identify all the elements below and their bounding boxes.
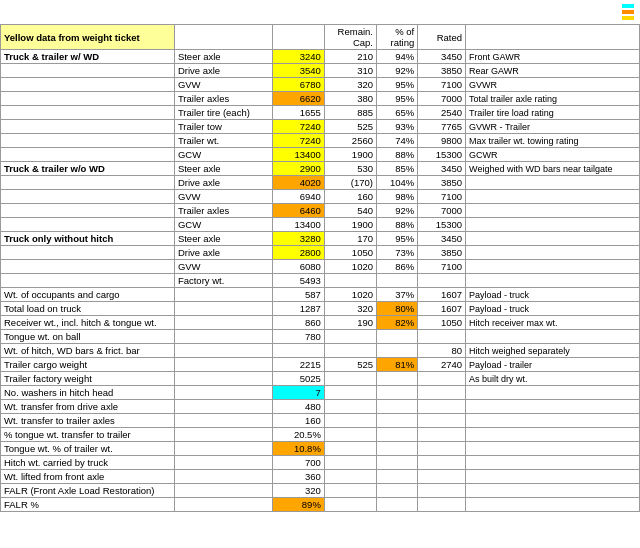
row-notes: Hitch weighed separately [466,344,640,358]
row-remain [324,414,376,428]
col-header-pct: % ofrating [376,25,417,50]
row-remain: 310 [324,64,376,78]
row-pct: 88% [376,148,417,162]
row-remain: 1020 [324,260,376,274]
row-pct: 73% [376,246,417,260]
row-remain [324,442,376,456]
row-rated: 7100 [418,260,466,274]
row-remain [324,274,376,288]
row-value: 780 [272,330,324,344]
row-value: 3280 [272,232,324,246]
row-pct: 104% [376,176,417,190]
row-remain [324,498,376,512]
row-rated: 7000 [418,204,466,218]
row-value: 6940 [272,190,324,204]
row-sublabel [174,316,272,330]
row-sublabel: Trailer axles [174,92,272,106]
row-rated [418,274,466,288]
row-remain: 210 [324,50,376,64]
row-rated: 1050 [418,316,466,330]
row-pct: 80% [376,302,417,316]
row-value: 7240 [272,134,324,148]
row-label: Total load on truck [1,302,175,316]
row-value: 5493 [272,274,324,288]
row-rated [418,372,466,386]
row-label: Truck & trailer w/ WD [1,50,175,64]
row-pct: 98% [376,190,417,204]
row-label [1,148,175,162]
table-row: Receiver wt., incl. hitch & tongue wt. 8… [1,316,640,330]
row-notes [466,498,640,512]
row-value: 2800 [272,246,324,260]
row-pct: 94% [376,50,417,64]
row-pct: 86% [376,260,417,274]
row-notes [466,456,640,470]
row-remain: 170 [324,232,376,246]
row-label: % tongue wt. transfer to trailer [1,428,175,442]
col-header-value [272,25,324,50]
row-sublabel: GCW [174,218,272,232]
row-notes: Trailer tire load rating [466,106,640,120]
row-remain: 1900 [324,148,376,162]
row-value: 700 [272,456,324,470]
row-value [272,344,324,358]
row-sublabel [174,400,272,414]
row-sublabel: Trailer tire (each) [174,106,272,120]
table-row: Wt. transfer from drive axle 480 [1,400,640,414]
notices-container [622,4,634,20]
row-remain: 540 [324,204,376,218]
row-sublabel: Steer axle [174,50,272,64]
row-sublabel [174,344,272,358]
row-pct: 65% [376,106,417,120]
row-remain [324,484,376,498]
row-label: Wt. lifted from front axle [1,470,175,484]
row-sublabel: Steer axle [174,162,272,176]
row-label: Truck & trailer w/o WD [1,162,175,176]
row-notes: Payload - trailer [466,358,640,372]
row-remain [324,400,376,414]
row-pct: 81% [376,358,417,372]
row-label [1,92,175,106]
main-table: Yellow data from weight ticket Remain.Ca… [0,24,640,512]
row-remain: 525 [324,358,376,372]
table-row: Truck & trailer w/ WD Steer axle 3240 21… [1,50,640,64]
table-row: Trailer tow 7240 525 93% 7765 GVWR - Tra… [1,120,640,134]
row-notes [466,442,640,456]
row-value: 480 [272,400,324,414]
table-row: FALR (Front Axle Load Restoration) 320 [1,484,640,498]
row-rated: 2540 [418,106,466,120]
row-remain: 380 [324,92,376,106]
row-remain [324,330,376,344]
row-notes [466,260,640,274]
row-sublabel [174,288,272,302]
row-sublabel [174,498,272,512]
row-sublabel [174,442,272,456]
row-notes [466,484,640,498]
row-pct: 95% [376,232,417,246]
row-notes: Max trailer wt. towing rating [466,134,640,148]
table-row: Wt. of hitch, WD bars & frict. bar 80 Hi… [1,344,640,358]
row-label [1,78,175,92]
table-row: Tongue wt. on ball 780 [1,330,640,344]
row-pct [376,414,417,428]
row-rated [418,470,466,484]
col-header-label: Yellow data from weight ticket [1,25,175,50]
row-rated: 7100 [418,78,466,92]
row-notes [466,218,640,232]
row-remain [324,386,376,400]
row-notes: GVWR - Trailer [466,120,640,134]
row-sublabel: GCW [174,148,272,162]
row-remain: 525 [324,120,376,134]
row-label [1,204,175,218]
row-remain: 530 [324,162,376,176]
row-sublabel: Trailer axles [174,204,272,218]
row-label: FALR (Front Axle Load Restoration) [1,484,175,498]
row-remain: 190 [324,316,376,330]
row-pct: 88% [376,218,417,232]
row-remain: (170) [324,176,376,190]
row-pct: 95% [376,78,417,92]
row-notes [466,274,640,288]
row-value: 6080 [272,260,324,274]
row-value: 13400 [272,148,324,162]
notice-pay-attention [622,16,634,20]
